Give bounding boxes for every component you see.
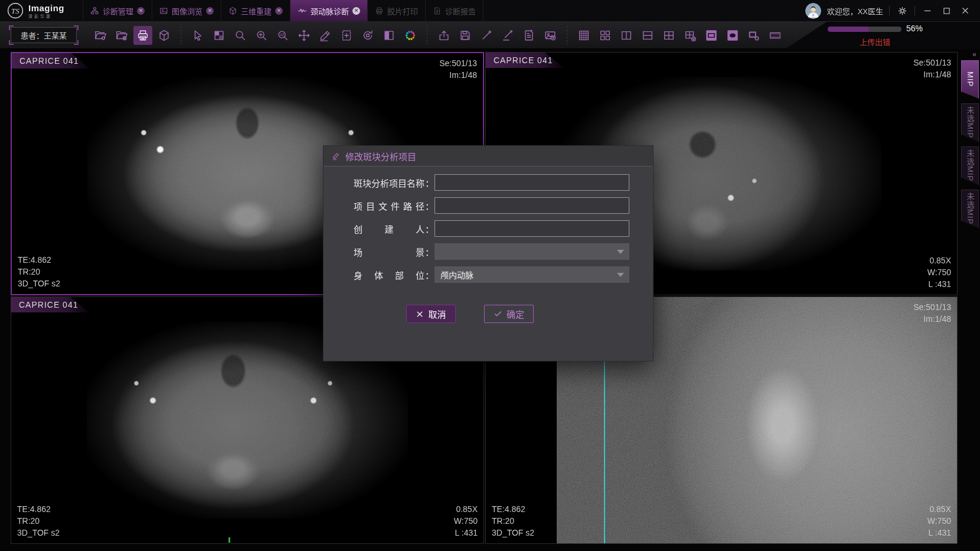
localizer-tick — [228, 537, 230, 543]
field-input-1[interactable] — [435, 174, 629, 191]
rail-tab-2[interactable]: 未选MIP — [961, 103, 979, 142]
rail-tab-4[interactable]: 未选MIP — [961, 190, 979, 228]
volume-3d-button[interactable] — [155, 26, 174, 45]
layout-remove-button[interactable] — [681, 26, 700, 45]
select-value: 颅内动脉 — [440, 269, 473, 281]
tab-close-icon[interactable]: ✕ — [275, 7, 283, 15]
chevron-down-icon — [617, 273, 624, 277]
rail-tab-3[interactable]: 未选MIP — [961, 146, 979, 185]
magnify-button[interactable] — [231, 26, 250, 45]
probe-button[interactable] — [477, 26, 496, 45]
ts-logo-icon: TS — [7, 2, 24, 19]
main-tab-cube[interactable]: 三维重建✕ — [221, 0, 290, 21]
zoom-2x-button[interactable]: x2 — [273, 26, 292, 45]
cancel-button[interactable]: 取消 — [406, 305, 456, 323]
close-button[interactable] — [959, 4, 972, 17]
layout-grid-button[interactable] — [574, 26, 593, 45]
save-button[interactable] — [456, 26, 475, 45]
field-input-3[interactable] — [435, 220, 629, 237]
roi-ellipse-button[interactable] — [723, 26, 742, 45]
window-level-icon — [383, 29, 396, 42]
annotate-add-button[interactable] — [337, 26, 356, 45]
split-rows-button[interactable] — [638, 26, 657, 45]
upload-progress-bar — [828, 27, 901, 32]
pan-button[interactable] — [295, 26, 313, 45]
rail-tab-list: MIP未选MIP未选MIP未选MIP — [960, 60, 980, 228]
printer-icon — [375, 6, 384, 15]
cube-icon — [228, 6, 237, 15]
chevron-down-icon — [617, 250, 624, 254]
new-project-button[interactable] — [112, 26, 131, 45]
corner-bracket — [74, 25, 79, 30]
main-tab-image[interactable]: 图像浏览✕ — [152, 0, 221, 21]
roi-delete-button[interactable] — [744, 26, 763, 45]
probe-icon — [480, 29, 493, 42]
rail-collapse-button[interactable]: « — [960, 50, 980, 60]
upload-error-text[interactable]: 上传出错 — [860, 36, 890, 47]
field-select-4[interactable] — [435, 243, 629, 260]
minimize-button[interactable] — [921, 4, 934, 17]
pan-icon — [298, 29, 311, 42]
color-wheel-icon — [404, 29, 417, 42]
cursor-icon — [191, 29, 204, 42]
print-button[interactable] — [133, 26, 152, 45]
viewport-overlay-bottom-right: 0.85XW:750L :431 — [927, 503, 951, 539]
field-input-2[interactable] — [435, 197, 629, 214]
zoom-in-button[interactable] — [252, 26, 271, 45]
roi-rectangle-button[interactable] — [702, 26, 721, 45]
image-upload-button[interactable] — [541, 26, 560, 45]
zoom-x2-icon: x2 — [276, 29, 289, 42]
field-select-5[interactable]: 颅内动脉 — [435, 266, 629, 283]
main-tab-waveform[interactable]: 颈动脉诊断✕ — [290, 0, 367, 21]
tool-group — [574, 26, 785, 45]
tab-close-icon[interactable]: ✕ — [206, 7, 214, 15]
zoom-icon — [234, 29, 247, 42]
series-rail: « MIP未选MIP未选MIP未选MIP — [960, 50, 980, 546]
layout-blocks-button[interactable] — [596, 26, 615, 45]
main-tab-label: 颈动脉诊断 — [311, 5, 349, 17]
main-tab-label: 三维重建 — [241, 5, 272, 17]
corner-bracket — [74, 40, 79, 45]
save-icon — [459, 29, 472, 42]
upload-progress-percent: 56% — [906, 24, 923, 33]
tab-close-icon[interactable]: ✕ — [352, 7, 360, 15]
tool-group — [91, 26, 174, 45]
main-tab-label: 图像浏览 — [172, 5, 202, 17]
layout-2x2-button[interactable] — [659, 26, 678, 45]
grid-dense-icon — [577, 29, 590, 42]
measure-button[interactable] — [316, 26, 335, 45]
reset-rotate-button[interactable] — [358, 26, 377, 45]
edit-plaque-project-dialog: 修改斑块分析项目 斑块分析项目名称：项目文件路径：创建人：场景：身体部位：颅内动… — [323, 145, 654, 361]
corner-bracket — [9, 25, 14, 30]
viewport-overlay-top-right: Se:501/13Im:1/48 — [439, 57, 477, 81]
tool-button-groups: x2 — [91, 26, 785, 45]
pseudo-color-button[interactable] — [401, 26, 420, 45]
rect-roi-icon — [705, 29, 718, 42]
patient-label-box: 患者：王某某 — [11, 27, 77, 43]
divider — [889, 6, 890, 15]
maximize-button[interactable] — [940, 4, 953, 17]
cine-film-button[interactable] — [766, 26, 785, 45]
brand: TS Imaging 清影华康 — [0, 0, 83, 21]
split-cols-icon — [620, 29, 633, 42]
open-project-button[interactable] — [91, 26, 110, 45]
main-tab-label: 胶片打印 — [387, 5, 418, 17]
probe-baseline-button[interactable] — [498, 26, 517, 45]
confirm-button[interactable]: 确定 — [484, 305, 534, 323]
main-tab-org-chart[interactable]: 诊断管理✕ — [83, 0, 152, 21]
main-tab-bar: 诊断管理✕图像浏览✕三维重建✕颈动脉诊断✕胶片打印诊断报告 — [83, 0, 484, 21]
export-button[interactable] — [435, 26, 453, 45]
settings-gear-icon[interactable] — [896, 4, 909, 17]
contrast-button[interactable] — [210, 26, 228, 45]
avatar[interactable] — [805, 3, 821, 19]
split-columns-button[interactable] — [617, 26, 636, 45]
contrast-icon — [213, 29, 226, 42]
tab-close-icon[interactable]: ✕ — [137, 7, 145, 15]
main-tab-label: 诊断管理 — [103, 5, 133, 17]
report-doc-button[interactable] — [520, 26, 538, 45]
main-tab-printer: 胶片打印 — [367, 0, 425, 21]
pointer-button[interactable] — [188, 26, 207, 45]
window-level-button[interactable] — [380, 26, 398, 45]
report-icon — [433, 6, 442, 15]
rail-tab-1-active[interactable]: MIP — [961, 60, 979, 99]
